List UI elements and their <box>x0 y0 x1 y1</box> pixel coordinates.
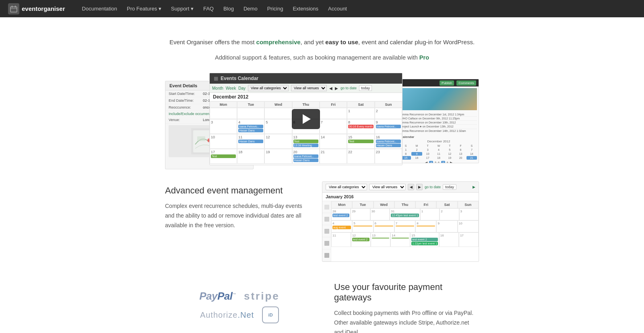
mini-cal-next[interactable]: ▶ <box>450 161 452 163</box>
cal2-today-btn[interactable]: today <box>443 184 456 190</box>
cal2-grid: Mon Tue Wed Thu Fri Sat Sun <box>331 201 479 261</box>
mini-cal-label: Calendar <box>400 135 477 139</box>
feature-event-management: Advanced event management Complex event … <box>165 181 479 262</box>
cal2-week-2: 4 aug event 5 6 <box>331 220 479 232</box>
cal-header-title: Events Calendar <box>221 76 258 81</box>
jan-2016-calendar: View all categories View all venues ◀ ▶ … <box>322 181 479 262</box>
payment-logos-area: PayPal™ stripe Authorize.Net iD <box>165 282 314 331</box>
nav-item-faq[interactable]: FAQ <box>198 0 219 17</box>
post-edit-screenshot: Publish Comments Emma Recurrence on Dece… <box>398 79 479 163</box>
hero-paragraph: Event Organiser offers the most comprehe… <box>165 37 479 47</box>
calendar-header-icon: ▦ <box>214 76 218 81</box>
publish-button[interactable]: Publish <box>440 80 454 86</box>
category-select[interactable]: View all categories <box>248 85 289 91</box>
cal2-sidebar <box>322 201 331 261</box>
svg-rect-1 <box>12 6 12 8</box>
cal2-category-select[interactable]: View all categories <box>326 184 367 190</box>
authorize-net-logo: Authorize.Net <box>200 310 254 320</box>
feature-event-desc: Complex event recurrence schedules, mult… <box>165 201 306 230</box>
cal2-weeks: 28 test event 2 29 30 31 <box>331 208 479 247</box>
site-logo[interactable]: eventorganiser <box>8 3 65 14</box>
cal-nav-bar: Month Week Day View all categories View … <box>210 84 402 93</box>
goto-date: go to date <box>341 86 357 90</box>
cal2-prev-btn[interactable]: ◀ <box>408 184 414 190</box>
prev-nav[interactable]: ◀ <box>329 86 332 90</box>
week-link[interactable]: Week <box>226 86 236 90</box>
post-edit-bar: Publish Comments <box>399 79 479 86</box>
nav-item-pro-features[interactable]: Pro Features ▾ <box>122 0 166 17</box>
ideal-logo: iD <box>262 306 279 323</box>
mini-cal-prev[interactable]: ◀ <box>425 161 427 163</box>
nav-item-documentation[interactable]: Documentation <box>77 0 122 17</box>
cal2-days-header: Mon Tue Wed Thu Fri Sat Sun <box>331 201 479 208</box>
svg-rect-8 <box>197 136 205 141</box>
paypal-logo: PayPal™ <box>199 290 236 302</box>
cal-header: ▦ Events Calendar <box>210 73 402 84</box>
cal2-venue-select[interactable]: View all venues <box>369 184 406 190</box>
post-thumbnail-1 <box>400 88 477 110</box>
comments-button[interactable]: Comments <box>456 80 476 86</box>
cal2-body: Mon Tue Wed Thu Fri Sat Sun <box>322 201 479 261</box>
cal2-toolbar: View all categories View all venues ◀ ▶ … <box>322 182 479 193</box>
mini-calendar: S M T W T F S 1 2 3 4 5 6 7 8 9 10 <box>400 144 477 160</box>
cal2-week-1: 28 test event 2 29 30 31 <box>331 208 479 220</box>
post-event-list: Emma Recurrence on December 1st, 2012 1:… <box>400 112 477 134</box>
payment-title: Use your favourite payment gateways <box>334 282 479 303</box>
payment-row-1: PayPal™ stripe <box>199 290 280 302</box>
venue-select[interactable]: View all venues <box>291 85 327 91</box>
nav-item-demo[interactable]: Demo <box>239 0 262 17</box>
month-link[interactable]: Month <box>212 86 223 90</box>
feature-event-text: Advanced event management Complex event … <box>165 181 306 230</box>
cal2-week-3: 11 12 test event 2 13 <box>331 232 479 247</box>
cal2-next-arrow[interactable]: ▶ <box>473 185 475 189</box>
payment-row-2: Authorize.Net iD <box>200 306 279 323</box>
payment-desc: Collect booking payments with Pro offlin… <box>334 308 479 333</box>
cal2-next-btn[interactable]: ▶ <box>416 184 423 190</box>
mini-cal-month: December 2012 <box>400 140 477 143</box>
nav-item-pricing[interactable]: Pricing <box>262 0 288 17</box>
pro-link[interactable]: Pro <box>419 54 429 61</box>
nav-item-support[interactable]: Support ▾ <box>166 0 198 17</box>
logo-icon <box>8 3 19 14</box>
day-link[interactable]: Day <box>238 86 246 90</box>
cal2-month-title: January 2016 <box>322 193 479 201</box>
comprehensive-text: comprehensive <box>256 39 301 45</box>
nav-item-account[interactable]: Account <box>323 0 352 17</box>
easy-to-use-text: easy to use <box>325 39 358 45</box>
feature-event-image: View all categories View all venues ◀ ▶ … <box>322 181 479 262</box>
nav-links-list: Documentation Pro Features ▾ Support ▾ F… <box>77 0 352 17</box>
nav-item-extensions[interactable]: Extensions <box>288 0 323 17</box>
play-triangle-icon <box>303 114 311 124</box>
hero-subtext: Additional support & features, such as b… <box>165 54 479 61</box>
svg-rect-0 <box>10 7 17 12</box>
feature-payment: PayPal™ stripe Authorize.Net iD Use your… <box>165 282 479 333</box>
payment-text-area: Use your favourite payment gateways Coll… <box>334 282 479 333</box>
logo-text: eventorganiser <box>22 5 65 12</box>
feature-event-title: Advanced event management <box>165 185 306 196</box>
mini-cal-nav: ◀ 4 5 6 7 8 ▶ <box>400 161 477 163</box>
next-nav[interactable]: ▶ <box>335 86 338 90</box>
cal-month-label: December 2012 <box>210 93 402 101</box>
calendar-screenshot: ▦ Events Calendar Month Week Day View al… <box>209 73 402 165</box>
stripe-logo: stripe <box>244 290 280 302</box>
post-edit-content: Emma Recurrence on December 1st, 2012 1:… <box>399 86 479 163</box>
nav-item-blog[interactable]: Blog <box>219 0 239 17</box>
video-play-button[interactable] <box>292 109 320 129</box>
today-btn[interactable]: today <box>359 85 372 91</box>
cal2-goto[interactable]: go to date <box>425 185 441 189</box>
navigation: eventorganiser Documentation Pro Feature… <box>0 0 644 17</box>
svg-rect-2 <box>15 6 16 8</box>
screenshots-area: Event Details Start Date/Time: 02-13-201… <box>165 73 479 165</box>
